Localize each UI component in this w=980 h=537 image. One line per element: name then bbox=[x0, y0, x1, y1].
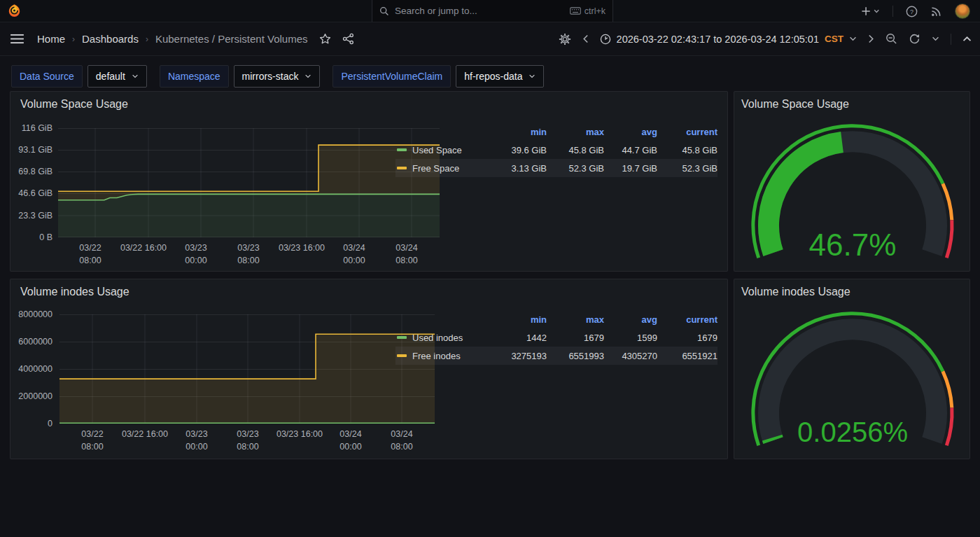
search-icon bbox=[379, 6, 389, 16]
help-button[interactable]: ? bbox=[906, 6, 918, 18]
breadcrumb: Home › Dashboards › Kubernetes / Persist… bbox=[37, 33, 308, 45]
legend-header-max[interactable]: max bbox=[547, 127, 604, 137]
legend-row-free-space: Free Space 3.13 GiB 52.3 GiB 19.7 GiB 52… bbox=[396, 159, 718, 177]
time-range-text: 2026-03-22 02:43:17 to 2026-03-24 12:05:… bbox=[617, 34, 819, 45]
legend-value: 3275193 bbox=[489, 351, 547, 361]
legend-header-row: min max avg current bbox=[396, 123, 718, 141]
threshold-red bbox=[946, 220, 952, 258]
variable-namespace-label: Namespace bbox=[160, 65, 229, 88]
time-controls: 2026-03-22 02:43:17 to 2026-03-24 12:05:… bbox=[559, 33, 972, 46]
threshold-red bbox=[946, 407, 952, 445]
chevron-down-icon bbox=[528, 74, 536, 78]
y-axis-tick: 0 bbox=[12, 419, 52, 428]
refresh-button[interactable] bbox=[909, 33, 920, 45]
x-axis-tick: 03/2300:00 bbox=[167, 242, 225, 267]
panel-title[interactable]: Volume Space Usage bbox=[20, 98, 128, 111]
legend-series-name[interactable]: Used Space bbox=[412, 145, 489, 155]
plus-chevron-icon bbox=[862, 6, 880, 16]
gauge-value: 46.7% bbox=[809, 228, 897, 262]
variable-namespace-value[interactable]: mirrors-stack bbox=[234, 65, 321, 88]
legend-value: 6551921 bbox=[657, 351, 718, 361]
breadcrumb-home[interactable]: Home bbox=[37, 33, 65, 45]
new-button[interactable] bbox=[862, 6, 880, 16]
y-axis-tick: 116 GiB bbox=[12, 123, 52, 133]
x-axis-tick: 03/2408:00 bbox=[372, 428, 431, 453]
legend-series-name[interactable]: Used inodes bbox=[412, 333, 489, 343]
legend-value: 19.7 GiB bbox=[604, 163, 657, 174]
share-button[interactable] bbox=[342, 33, 354, 45]
zoom-out-time-button[interactable] bbox=[886, 33, 897, 45]
variable-namespace: Namespace mirrors-stack bbox=[160, 65, 321, 88]
search-placeholder: Search or jump to... bbox=[395, 6, 564, 16]
y-axis-tick: 6000000 bbox=[12, 337, 52, 347]
hamburger-icon bbox=[10, 34, 24, 44]
dashboard-settings-button[interactable] bbox=[559, 33, 571, 46]
star-icon bbox=[319, 33, 331, 45]
gauge-value-arc bbox=[772, 438, 773, 440]
collapse-controls-button[interactable] bbox=[962, 36, 972, 42]
inodes-usage-chart[interactable] bbox=[59, 314, 435, 424]
legend-value: 1442 bbox=[489, 333, 547, 343]
space-usage-chart[interactable] bbox=[58, 128, 440, 237]
chevron-down-icon bbox=[932, 36, 939, 41]
legend-series-name[interactable]: Free inodes bbox=[412, 351, 489, 361]
legend-header-current[interactable]: current bbox=[657, 314, 718, 325]
variable-pvc-value[interactable]: hf-repos-data bbox=[456, 65, 544, 88]
clock-icon bbox=[600, 34, 611, 45]
grafana-logo[interactable] bbox=[0, 4, 28, 18]
legend-header-avg[interactable]: avg bbox=[604, 127, 657, 137]
search-input[interactable]: Search or jump to... ctrl+k bbox=[372, 0, 613, 22]
user-avatar[interactable] bbox=[955, 4, 970, 19]
dashboard-nav-bar: Home › Dashboards › Kubernetes / Persist… bbox=[0, 22, 980, 56]
chevron-right-icon bbox=[868, 34, 874, 43]
legend-row-used-space: Used Space 39.6 GiB 45.8 GiB 44.7 GiB 45… bbox=[396, 141, 718, 159]
topbar-divider bbox=[892, 6, 893, 17]
topbar-actions: ? bbox=[862, 0, 980, 22]
refresh-interval-dropdown[interactable] bbox=[932, 36, 939, 41]
inodes-usage-gauge: 0.0256% bbox=[748, 312, 958, 458]
y-axis-tick: 46.6 GiB bbox=[12, 188, 52, 198]
legend-value: 44.7 GiB bbox=[604, 145, 657, 155]
favorite-star-button[interactable] bbox=[319, 33, 331, 45]
legend-value: 1599 bbox=[604, 333, 657, 343]
x-axis-tick: 03/2208:00 bbox=[63, 428, 122, 453]
used-space-area bbox=[58, 194, 440, 237]
time-range-picker[interactable]: 2026-03-22 02:43:17 to 2026-03-24 12:05:… bbox=[600, 34, 857, 45]
legend-series-name[interactable]: Free Space bbox=[412, 163, 489, 174]
legend-header-row: min max avg current bbox=[396, 310, 718, 328]
legend-header-min[interactable]: min bbox=[489, 127, 547, 137]
dashboard-variables: Data Source default Namespace mirrors-st… bbox=[0, 56, 980, 88]
legend-value: 52.3 GiB bbox=[657, 163, 718, 174]
y-axis-tick: 69.8 GiB bbox=[12, 167, 52, 176]
chevron-down-icon bbox=[132, 74, 139, 78]
time-shift-back-button[interactable] bbox=[582, 34, 589, 43]
variable-datasource-value[interactable]: default bbox=[88, 65, 147, 88]
grafana-logo-icon bbox=[7, 4, 22, 18]
time-shift-forward-button[interactable] bbox=[868, 34, 874, 43]
news-button[interactable] bbox=[930, 6, 942, 18]
legend-header-min[interactable]: min bbox=[489, 314, 547, 325]
x-axis-tick: 03/2400:00 bbox=[321, 428, 380, 453]
panel-volume-space-usage-timeseries: Volume Space Usage 116 GiB 93.1 GiB 69.8… bbox=[10, 91, 728, 272]
x-axis-tick: 03/2400:00 bbox=[325, 242, 384, 267]
panel-title[interactable]: Volume Space Usage bbox=[741, 98, 849, 111]
legend-value: 52.3 GiB bbox=[547, 163, 604, 174]
legend-value: 4305270 bbox=[604, 351, 657, 361]
panel-title[interactable]: Volume inodes Usage bbox=[741, 286, 850, 298]
breadcrumb-separator: › bbox=[72, 34, 75, 44]
mega-menu-toggle[interactable] bbox=[10, 34, 24, 44]
legend-value: 45.8 GiB bbox=[547, 145, 604, 155]
panel-title[interactable]: Volume inodes Usage bbox=[20, 286, 130, 298]
legend-header-avg[interactable]: avg bbox=[604, 314, 657, 325]
breadcrumb-dashboards[interactable]: Dashboards bbox=[82, 33, 139, 45]
gauge-chart: 46.7% bbox=[748, 124, 958, 267]
refresh-icon bbox=[909, 33, 920, 45]
legend-header-current[interactable]: current bbox=[657, 127, 718, 137]
chevron-up-icon bbox=[962, 36, 972, 42]
breadcrumb-separator: › bbox=[146, 34, 148, 44]
keyboard-icon bbox=[570, 7, 581, 15]
panel-volume-space-usage-gauge: Volume Space Usage 46.7% bbox=[734, 91, 970, 272]
legend-header-max[interactable]: max bbox=[547, 314, 604, 325]
chevron-down-icon bbox=[849, 36, 857, 41]
variable-value-text: hf-repos-data bbox=[464, 71, 522, 82]
